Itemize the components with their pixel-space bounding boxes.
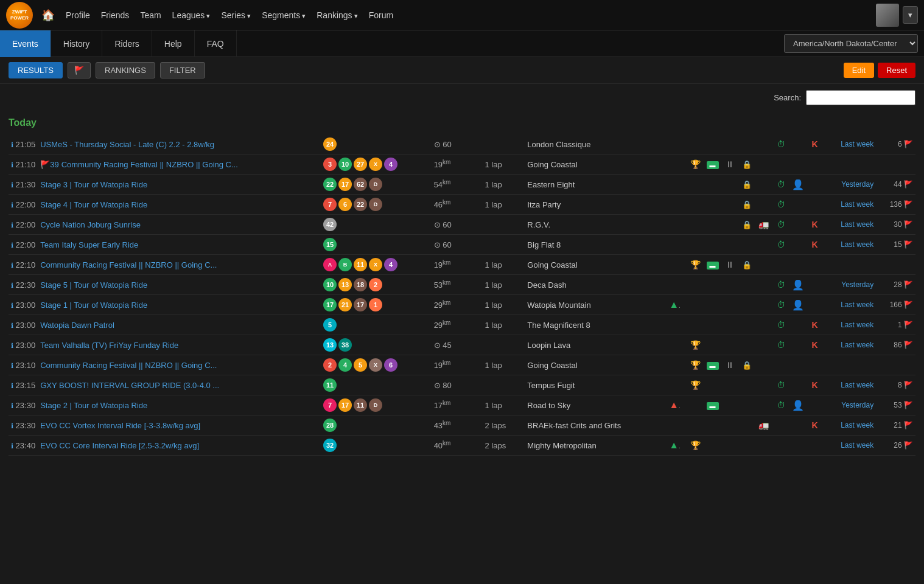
route-cell: Big Flat 8 — [525, 235, 662, 255]
green-bar-cell — [704, 436, 721, 456]
mountain-cell — [663, 155, 687, 175]
info-icon: ℹ — [11, 262, 13, 269]
reset-button[interactable]: Reset — [878, 63, 915, 78]
event-name-link[interactable]: Community Racing Festival || NZBRO || Go… — [40, 361, 217, 370]
green-bar-cell: ▬ — [704, 395, 721, 415]
clock-icon: ⏱ — [777, 340, 785, 350]
cat-badge: 17 — [323, 298, 337, 311]
nav-series[interactable]: Series — [221, 10, 251, 20]
last-cell: Last week — [824, 235, 877, 255]
event-name-link[interactable]: Watopia Dawn Patrol — [40, 321, 114, 330]
laps-cell: 1 lap — [482, 175, 525, 195]
count-cell: 15 🚩 — [876, 235, 915, 255]
pause-cell — [721, 275, 738, 295]
event-name-link[interactable]: Stage 2 | Tour of Watopia Ride — [40, 401, 147, 410]
nav-leagues[interactable]: Leagues — [172, 10, 211, 20]
event-name-link[interactable]: Community Racing Festival || NZBRO || Go… — [40, 260, 217, 269]
tab-riders[interactable]: Riders — [102, 30, 152, 57]
event-name-cell: Stage 4 | Tour of Watopia Ride — [38, 195, 321, 215]
cat-badge: 17 — [338, 398, 352, 412]
k-cell: K — [807, 375, 824, 395]
clock-icon: ⏱ — [777, 400, 785, 410]
clock-cell — [772, 355, 789, 375]
event-name-link[interactable]: Cycle Nation Joburg Sunrise — [40, 220, 141, 229]
laps-cell: 1 lap — [482, 355, 525, 375]
results-button[interactable]: RESULTS — [9, 62, 63, 78]
count-cell: 30 🚩 — [876, 215, 915, 235]
nav-forum[interactable]: Forum — [369, 10, 393, 20]
event-name-link[interactable]: Stage 5 | Tour of Watopia Ride — [40, 280, 147, 290]
user-dropdown-button[interactable]: ▾ — [903, 6, 918, 24]
trophy-icon: 🏆 — [690, 159, 701, 169]
k-cell — [807, 255, 824, 275]
nav-rankings[interactable]: Rankings — [317, 10, 357, 20]
mountain-cell — [663, 315, 687, 335]
event-name-link[interactable]: Team Italy Super Early Ride — [40, 240, 138, 249]
lock-cell: 🔒 — [738, 355, 755, 375]
trophy-cell — [687, 275, 704, 295]
pause-cell — [721, 295, 738, 315]
arrow-up-cell — [789, 355, 807, 375]
lock-cell — [738, 315, 755, 335]
cat-badge: 28 — [323, 419, 337, 432]
truck-cell — [755, 295, 772, 315]
event-name-link[interactable]: EVO CC Core Interval Ride [2.5-3.2w/kg a… — [40, 441, 199, 450]
event-name-link[interactable]: GXY BOOST! INTERVAL GROUP RIDE (3.0-4.0 … — [40, 381, 219, 390]
route-cell: Going Coastal — [525, 255, 662, 275]
mountain-cell: ▲. — [663, 295, 687, 315]
tab-history[interactable]: History — [51, 30, 103, 57]
count-cell — [876, 255, 915, 275]
filter-button[interactable]: FILTER — [160, 62, 205, 78]
distance-cell: 29km — [432, 295, 483, 315]
timezone-select[interactable]: America/North Dakota/Center — [784, 34, 918, 53]
trophy-cell: 🏆 — [687, 335, 704, 355]
edit-button[interactable]: Edit — [844, 63, 874, 78]
nav-profile[interactable]: Profile — [66, 10, 90, 20]
table-row: ℹ 23:00 Stage 1 | Tour of Watopia Ride 1… — [9, 295, 915, 315]
k-cell: K — [807, 215, 824, 235]
rankings-button[interactable]: RANKINGS — [96, 62, 155, 78]
cat-badge: 13 — [338, 278, 352, 291]
badges-cell: 71711D — [321, 395, 432, 415]
flag-button[interactable]: 🚩 — [68, 62, 91, 78]
cat-badge: B — [338, 258, 352, 271]
event-time: ℹ 21:05 — [9, 134, 38, 155]
home-button[interactable]: 🏠 — [41, 9, 55, 22]
nav-friends[interactable]: Friends — [101, 10, 130, 20]
trophy-cell — [687, 195, 704, 215]
badges-cell: 31027X4 — [321, 155, 432, 175]
info-icon: ℹ — [11, 422, 13, 429]
tab-help[interactable]: Help — [152, 30, 195, 57]
event-name-link[interactable]: EVO CC Vortex Interval Ride [-3-3.8w/kg … — [40, 421, 200, 430]
event-name-link[interactable]: Stage 1 | Tour of Watopia Ride — [40, 301, 147, 310]
avatar[interactable] — [876, 4, 899, 27]
cat-badge: 17 — [354, 298, 367, 311]
event-name-link[interactable]: USMeS - Thursday Social - Late (C) 2.2 -… — [40, 140, 214, 149]
event-name-cell: Team Italy Super Early Ride — [38, 235, 321, 255]
cat-badge: A — [323, 258, 337, 271]
app-logo[interactable]: ZWIFTPOWER — [6, 2, 33, 29]
badges-cell: 1013182 — [321, 275, 432, 295]
laps-cell: 1 lap — [482, 195, 525, 215]
nav-team[interactable]: Team — [140, 10, 161, 20]
event-name-link[interactable]: Community Racing Festival || NZBRO || Go… — [61, 160, 238, 169]
search-input[interactable] — [806, 90, 915, 105]
tab-faq[interactable]: FAQ — [195, 30, 237, 57]
event-time: ℹ 23:00 — [9, 335, 38, 355]
events-table: ℹ 21:05 USMeS - Thursday Social - Late (… — [9, 134, 915, 456]
truck-cell — [755, 175, 772, 195]
mountain-icon: ▲ — [669, 440, 679, 450]
cat-badge: 3 — [323, 158, 337, 171]
distance-cell: 54km — [432, 175, 483, 195]
k-cell — [807, 295, 824, 315]
event-name-link[interactable]: Team Valhalla (TV) FriYay Funday Ride — [40, 341, 178, 350]
lock-cell: 🔒 — [738, 215, 755, 235]
cat-badge: 15 — [323, 238, 337, 251]
event-name-link[interactable]: Stage 4 | Tour of Watopia Ride — [40, 200, 147, 209]
badges-cell: 24 — [321, 134, 432, 155]
nav-segments[interactable]: Segments — [262, 10, 306, 20]
mountain-cell — [663, 355, 687, 375]
tab-events[interactable]: Events — [0, 30, 51, 57]
event-name-link[interactable]: Stage 3 | Tour of Watopia Ride — [40, 180, 147, 189]
arrow-up-cell — [789, 155, 807, 175]
